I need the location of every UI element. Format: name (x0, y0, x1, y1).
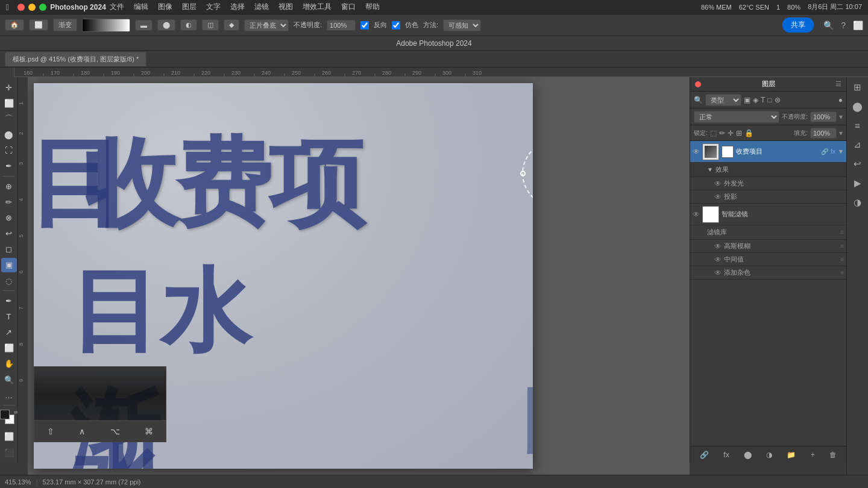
libraries-icon[interactable]: ⬤ (852, 101, 863, 112)
simulate-checkbox[interactable] (392, 21, 400, 30)
menu-edit[interactable]: 编辑 (134, 2, 148, 12)
median-settings[interactable]: ≡ (840, 256, 844, 263)
noise-settings[interactable]: ≡ (840, 269, 844, 276)
layers-group-btn[interactable]: 📁 (787, 451, 796, 459)
menu-select[interactable]: 选择 (230, 2, 245, 12)
properties-icon[interactable]: ⊞ (854, 82, 861, 93)
layers-icon[interactable]: ≡ (855, 120, 860, 131)
history-icon[interactable]: ↩ (854, 158, 861, 169)
panels-icon[interactable]: ⬜ (853, 20, 863, 30)
preview-cmd-btn[interactable]: ⌘ (145, 427, 153, 436)
hand-tool[interactable]: ✋ (1, 357, 17, 371)
active-tab[interactable]: 模板.psd @ 415% (收费项目, 图层蒙版/8) * (5, 52, 146, 66)
maximize-button[interactable] (39, 4, 46, 11)
eyedropper-tool[interactable]: ✒ (1, 159, 17, 174)
lock-position-icon[interactable]: ✛ (728, 129, 734, 137)
radial-gradient-btn[interactable]: ⬤ (157, 19, 175, 31)
menu-text[interactable]: 文字 (206, 2, 221, 12)
marquee-tool[interactable]: ⬜ (1, 96, 17, 110)
layer-fx-icon[interactable]: fx (831, 148, 835, 155)
lock-artboard-icon[interactable]: ⊞ (736, 129, 742, 137)
actions-icon[interactable]: ▶ (854, 178, 861, 189)
smart-filter-layer-row[interactable]: 👁 智能滤镜 (690, 204, 846, 225)
lock-transparent-icon[interactable]: ⬚ (710, 129, 717, 137)
median-eye[interactable]: 👁 (714, 255, 722, 264)
foreground-color[interactable] (0, 410, 10, 419)
menu-window[interactable]: 窗口 (341, 2, 356, 12)
filter-type-select[interactable]: 类型 (705, 94, 741, 106)
gradient-preview[interactable] (82, 19, 130, 32)
lock-image-icon[interactable]: ✏ (719, 129, 725, 137)
blur-tool[interactable]: ◌ (1, 274, 17, 288)
blend-mode-dropdown[interactable]: 正常 (694, 111, 779, 123)
history-tool[interactable]: ↩ (1, 226, 17, 240)
channels-icon[interactable]: ⊿ (854, 139, 861, 150)
outer-glow-eye[interactable]: 👁 (714, 180, 722, 188)
preview-shift-btn[interactable]: ⇧ (47, 427, 54, 436)
extra-tool[interactable]: … (1, 388, 17, 402)
layer-link-icon[interactable]: 🔗 (821, 148, 828, 155)
layers-new-btn[interactable]: + (811, 451, 815, 459)
eraser-tool[interactable]: ◻ (1, 242, 17, 257)
menu-filter[interactable]: 滤镜 (254, 2, 269, 12)
gaussian-eye[interactable]: 👁 (714, 242, 722, 251)
preview-alt-btn[interactable]: ⌥ (110, 427, 120, 436)
smart-layer-eye[interactable]: 👁 (693, 210, 700, 219)
opacity-input[interactable] (327, 20, 356, 31)
layer-expand-icon[interactable]: ▼ (838, 148, 844, 155)
menu-plugins[interactable]: 增效工具 (303, 2, 332, 12)
preview-up-btn[interactable]: ∧ (79, 427, 85, 436)
pen-tool[interactable]: ✒ (1, 293, 17, 308)
opacity-input[interactable] (810, 111, 837, 122)
gradient-preset[interactable]: 渐变 (53, 19, 77, 31)
layers-link-btn[interactable]: 🔗 (700, 451, 709, 459)
fill-input[interactable] (810, 128, 837, 139)
layer-smart-icon[interactable]: ⊛ (775, 96, 781, 104)
search-icon[interactable]: 🔍 (823, 20, 834, 30)
method-select[interactable]: 可感知 (443, 19, 481, 31)
lock-all-icon[interactable]: 🔒 (744, 129, 753, 137)
quick-select-tool[interactable]: ⬤ (1, 128, 17, 142)
layer-text-icon[interactable]: T (761, 96, 765, 104)
menu-file[interactable]: 文件 (110, 2, 124, 12)
menu-layer[interactable]: 图层 (182, 2, 197, 12)
mode-btn-1[interactable]: ⬜ (1, 430, 17, 444)
layers-panel-menu[interactable]: ☰ (835, 80, 841, 88)
layers-fx-btn[interactable]: fx (723, 451, 729, 459)
path-select-tool[interactable]: ↗ (1, 325, 17, 339)
effects-group[interactable]: ▼ 效果 (690, 163, 846, 177)
reflected-gradient-btn[interactable]: ◫ (202, 19, 219, 31)
help-icon[interactable]: ? (841, 20, 846, 30)
layer-shape-icon[interactable]: □ (767, 96, 772, 104)
lasso-tool[interactable]: ⌒ (1, 111, 17, 126)
gaussian-settings[interactable]: ≡ (840, 243, 844, 249)
layer-eye-icon[interactable]: 👁 (693, 148, 700, 156)
filter-library-settings[interactable]: ≡ (840, 229, 844, 236)
gradient-tool active[interactable]: ▣ (1, 258, 17, 272)
minimize-button[interactable] (28, 4, 36, 11)
menu-view[interactable]: 视图 (278, 2, 293, 12)
mode-btn-2[interactable]: ⬛ (1, 445, 17, 460)
adjustments-icon[interactable]: ◑ (854, 197, 861, 208)
linear-gradient-btn[interactable]: ▬ (135, 20, 153, 31)
layer-adj-icon[interactable]: ◈ (753, 96, 758, 104)
document-canvas[interactable]: 收费项 目 目水 渐 日 水 (34, 83, 533, 469)
menu-help[interactable]: 帮助 (365, 2, 380, 12)
panel-close-button[interactable] (695, 81, 701, 87)
reverse-checkbox[interactable] (360, 21, 369, 30)
layers-delete-btn[interactable]: 🗑 (829, 451, 837, 459)
workspace-button[interactable]: ⬜ (29, 19, 48, 31)
main-layer-row[interactable]: 👁 收费项目 🔗 fx ▼ (690, 141, 846, 163)
layer-pixel-icon[interactable]: ▣ (744, 96, 750, 104)
close-button[interactable] (17, 4, 25, 11)
layers-mask-btn[interactable]: ⬤ (744, 451, 752, 459)
menu-image[interactable]: 图像 (158, 2, 172, 12)
layer-filter-toggle[interactable]: ● (838, 96, 843, 104)
share-button[interactable]: 共享 (782, 17, 814, 33)
diamond-gradient-btn[interactable]: ◆ (224, 19, 239, 31)
layers-adj-btn[interactable]: ◑ (766, 451, 772, 459)
angle-gradient-btn[interactable]: ◐ (180, 19, 197, 31)
zoom-tool[interactable]: 🔍 (1, 372, 17, 387)
canvas-area[interactable]: 1 2 3 4 5 6 7 8 9 (18, 77, 690, 475)
shape-tool[interactable]: ⬜ (1, 341, 17, 355)
